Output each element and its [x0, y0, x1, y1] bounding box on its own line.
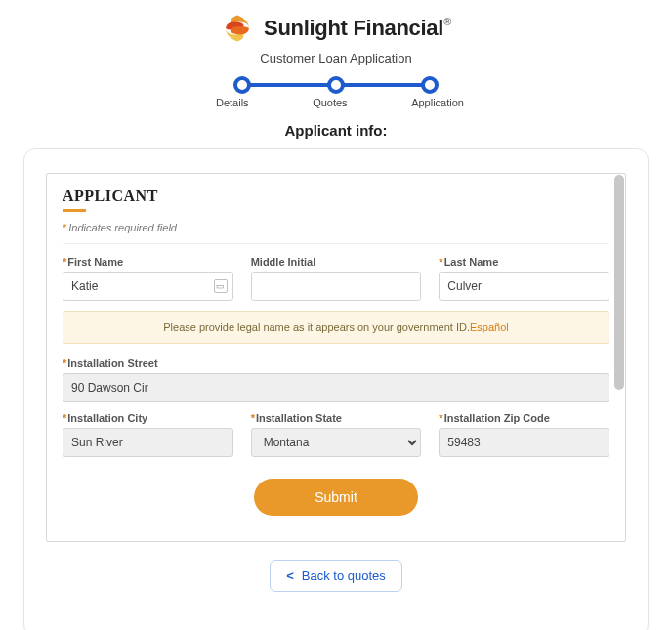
submit-button[interactable]: Submit	[254, 479, 418, 516]
step-label-details: Details	[216, 97, 249, 108]
install-city-input[interactable]	[63, 428, 233, 457]
brand-name: Sunlight Financial®	[264, 16, 451, 41]
step-dot-quotes	[327, 76, 345, 94]
form-panel: APPLICANT *Indicates required field *Fir…	[46, 173, 626, 542]
form-card: APPLICANT *Indicates required field *Fir…	[23, 148, 649, 630]
first-name-label: *First Name	[63, 256, 233, 268]
contact-card-icon[interactable]: ▭	[214, 279, 228, 293]
progress-stepper: Details Quotes Application	[233, 73, 439, 116]
install-state-select[interactable]: Montana	[251, 428, 422, 457]
step-dot-details	[233, 76, 251, 94]
install-street-label: *Installation Street	[63, 357, 609, 369]
install-state-label: *Installation State	[251, 412, 422, 424]
applicant-heading: APPLICANT	[63, 188, 609, 205]
middle-initial-input[interactable]	[251, 272, 422, 301]
install-zip-input[interactable]	[439, 428, 609, 457]
install-zip-label: *Installation Zip Code	[439, 412, 609, 424]
sunlight-logo-icon	[221, 12, 254, 45]
required-note: *Indicates required field	[63, 222, 609, 233]
middle-initial-label: Middle Initial	[251, 256, 422, 268]
brand-logo: Sunlight Financial®	[0, 12, 672, 45]
legal-name-notice: Please provide legal name as it appears …	[63, 311, 609, 344]
espanol-link[interactable]: Español	[470, 321, 509, 333]
install-street-input[interactable]	[63, 373, 609, 402]
step-dot-application	[421, 76, 439, 94]
step-label-application: Application	[411, 97, 464, 108]
last-name-input[interactable]	[439, 272, 609, 301]
brand-subtitle: Customer Loan Application	[0, 51, 672, 65]
install-city-label: *Installation City	[63, 412, 233, 424]
scrollbar[interactable]	[614, 175, 624, 390]
chevron-left-icon: <	[286, 568, 294, 583]
last-name-label: *Last Name	[439, 256, 609, 268]
back-to-quotes-button[interactable]: < Back to quotes	[270, 560, 402, 592]
first-name-input[interactable]	[63, 272, 233, 301]
section-title: Applicant info:	[0, 122, 672, 139]
step-label-quotes: Quotes	[313, 97, 347, 108]
